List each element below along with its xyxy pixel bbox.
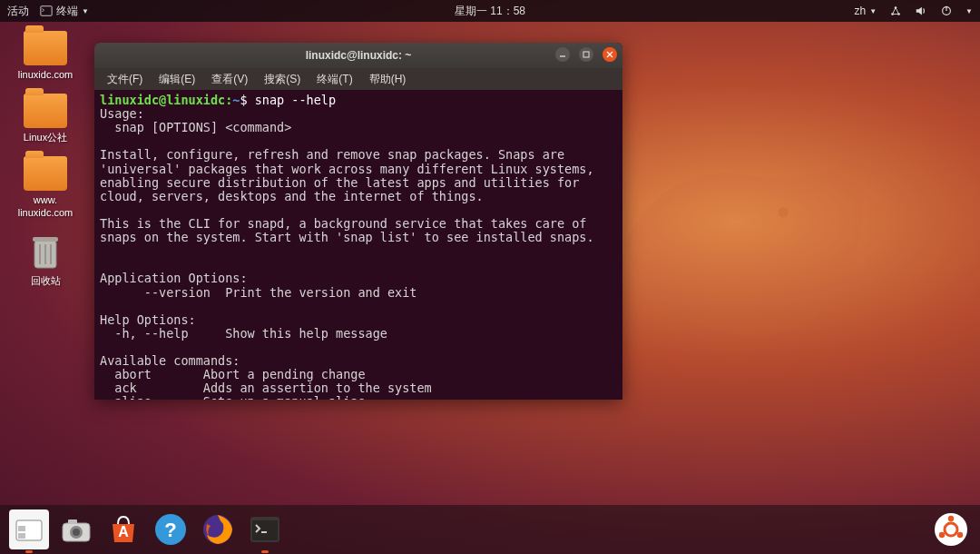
- top-bar: 活动 终端 ▼ 星期一 11：58 zh ▼ ▼: [0, 0, 980, 22]
- app-menu-label: 终端: [56, 4, 78, 19]
- prompt-user: linuxidc@linuxidc: [100, 93, 225, 107]
- desktop-folder-linuxidc[interactable]: linuxidc.com: [9, 27, 82, 84]
- show-applications-button[interactable]: [931, 509, 971, 549]
- svg-rect-17: [18, 526, 25, 531]
- dock-help[interactable]: ?: [151, 509, 191, 549]
- input-method-label: zh: [854, 5, 866, 17]
- dock-terminal[interactable]: [245, 509, 285, 549]
- command-text: snap --help: [255, 93, 336, 107]
- dock-firefox[interactable]: [198, 509, 238, 549]
- desktop-icon-label: www. linuxidc.com: [18, 194, 74, 218]
- chevron-down-icon: ▼: [82, 7, 89, 15]
- terminal-icon: [247, 511, 283, 548]
- window-titlebar[interactable]: linuxidc@linuxidc: ~: [94, 43, 622, 68]
- terminal-output: Usage: snap [OPTIONS] <command> Install,…: [100, 106, 594, 400]
- svg-point-33: [957, 532, 963, 538]
- svg-rect-18: [18, 533, 25, 539]
- dock-ubuntu-software[interactable]: A: [103, 509, 143, 549]
- menu-search[interactable]: 搜索(S): [257, 69, 308, 90]
- svg-rect-28: [252, 520, 278, 540]
- firefox-icon: [200, 511, 236, 548]
- terminal-window: linuxidc@linuxidc: ~ 文件(F) 编辑(E) 查看(V) 搜…: [94, 43, 622, 400]
- desktop-icon-label: Linux公社: [24, 132, 67, 143]
- ubuntu-logo-icon: [933, 511, 969, 548]
- minimize-icon: [559, 51, 566, 58]
- terminal-menubar: 文件(F) 编辑(E) 查看(V) 搜索(S) 终端(T) 帮助(H): [94, 68, 622, 90]
- activities-button[interactable]: 活动: [7, 4, 29, 19]
- folder-icon: [24, 156, 67, 191]
- chevron-down-icon: ▼: [869, 7, 877, 15]
- folder-icon: [24, 94, 67, 128]
- terminal-icon: [40, 5, 53, 17]
- svg-point-0: [779, 207, 789, 217]
- clock[interactable]: 星期一 11：58: [455, 4, 525, 19]
- help-icon: ?: [152, 511, 189, 548]
- svg-rect-13: [583, 52, 589, 57]
- trash-icon: [27, 232, 64, 272]
- menu-terminal[interactable]: 终端(T): [309, 69, 359, 90]
- minimize-button[interactable]: [555, 47, 570, 62]
- shopping-bag-icon: A: [105, 511, 142, 548]
- desktop-trash[interactable]: 回收站: [9, 228, 82, 291]
- window-title: linuxidc@linuxidc: ~: [306, 49, 412, 62]
- close-icon: [606, 51, 613, 58]
- wallpaper-bird: [581, 73, 926, 418]
- svg-rect-8: [33, 237, 58, 242]
- dock: A ?: [0, 505, 980, 554]
- file-manager-icon: [13, 513, 45, 546]
- desktop-icons: linuxidc.com Linux公社 www. linuxidc.com 回…: [9, 27, 82, 291]
- camera-icon: [59, 512, 93, 547]
- svg-rect-1: [41, 6, 52, 16]
- svg-point-32: [948, 516, 954, 521]
- maximize-icon: [583, 51, 590, 58]
- menu-help[interactable]: 帮助(H): [362, 69, 414, 90]
- volume-icon[interactable]: [915, 5, 927, 17]
- close-button[interactable]: [603, 47, 617, 62]
- desktop-icon-label: linuxidc.com: [18, 69, 74, 81]
- folder-icon: [24, 31, 67, 65]
- menu-edit[interactable]: 编辑(E): [152, 69, 202, 90]
- dock-screenshot[interactable]: [56, 509, 96, 549]
- power-icon[interactable]: [940, 5, 953, 17]
- svg-rect-22: [68, 519, 77, 524]
- input-method-indicator[interactable]: zh ▼: [854, 5, 877, 17]
- app-menu[interactable]: 终端 ▼: [40, 4, 89, 19]
- svg-point-21: [73, 529, 80, 536]
- chevron-down-icon[interactable]: ▼: [965, 7, 973, 15]
- dock-file-manager[interactable]: [9, 509, 49, 549]
- desktop-folder-www-linuxidc[interactable]: www. linuxidc.com: [9, 153, 82, 222]
- terminal-body[interactable]: linuxidc@linuxidc:~$ snap --help Usage: …: [94, 90, 622, 400]
- menu-view[interactable]: 查看(V): [204, 69, 255, 90]
- svg-text:A: A: [118, 524, 129, 539]
- network-icon[interactable]: [889, 5, 902, 17]
- menu-file[interactable]: 文件(F): [100, 69, 150, 90]
- desktop-icon-label: 回收站: [31, 275, 61, 287]
- maximize-button[interactable]: [579, 47, 593, 62]
- svg-text:?: ?: [164, 519, 176, 541]
- svg-point-34: [939, 532, 945, 538]
- desktop-folder-linux-gongshe[interactable]: Linux公社: [9, 90, 82, 147]
